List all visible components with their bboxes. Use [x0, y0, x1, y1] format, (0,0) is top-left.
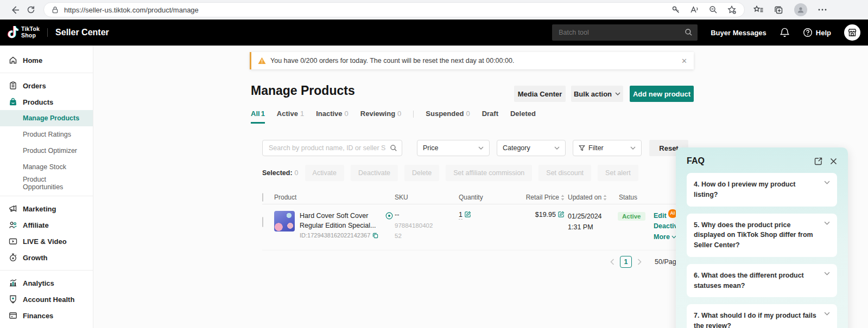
browser-refresh-icon[interactable] — [23, 2, 39, 18]
password-key-icon[interactable] — [671, 5, 680, 14]
chevron-down-icon — [615, 92, 620, 95]
sidebar-item-product-optimizer[interactable]: Product Optimizer — [0, 143, 93, 159]
sidebar-item-orders[interactable]: Orders — [0, 78, 93, 94]
banner-close-icon[interactable]: ✕ — [681, 57, 687, 65]
set-affiliate-commission-button[interactable]: Set affiliate commission — [446, 165, 532, 181]
sidebar-item-products[interactable]: Products — [0, 94, 93, 110]
batch-tool-input[interactable] — [552, 24, 698, 41]
banner-message: You have 0/200 orders for today. The cou… — [270, 57, 514, 65]
sidebar-item-product-opportunities[interactable]: Product Opportunities — [0, 175, 93, 191]
product-name[interactable]: Hard Cover Soft Cover Regular Edition Sp… — [300, 211, 382, 230]
product-id[interactable]: ID:1729438162022142367 — [300, 232, 370, 239]
page-number[interactable]: 1 — [620, 256, 632, 268]
read-aloud-icon[interactable] — [690, 6, 699, 14]
growth-stopwatch-icon — [9, 253, 17, 262]
tab-duplicate-icon[interactable] — [774, 5, 783, 15]
search-icon[interactable] — [685, 28, 693, 36]
sidebar-item-growth[interactable]: Growth — [0, 249, 93, 266]
sidebar-item-home[interactable]: Home — [0, 52, 93, 68]
sidebar-item-finances[interactable]: Finances — [0, 307, 93, 324]
product-thumbnail[interactable] — [274, 211, 295, 231]
delete-button[interactable]: Delete — [404, 165, 439, 181]
sidebar-item-product-ratings[interactable]: Product Ratings — [0, 126, 93, 143]
sidebar-item-manage-products[interactable]: Manage Products — [0, 110, 93, 126]
set-discount-button[interactable]: Set discount — [538, 165, 591, 181]
pagination: 1 50/Page — [610, 256, 680, 268]
sidebar-item-marketing[interactable]: Marketing — [0, 201, 93, 217]
browser-profile-avatar[interactable] — [794, 3, 807, 16]
sidebar-item-analytics[interactable]: Analytics — [0, 275, 93, 291]
collections-icon[interactable] — [753, 5, 763, 14]
quantity-value[interactable]: 1 — [459, 211, 462, 220]
status-badge: Active — [618, 212, 645, 221]
sku-value: -- — [395, 211, 459, 218]
tab-draft[interactable]: Draft — [482, 110, 498, 122]
sort-icon — [603, 195, 607, 201]
column-updated-on[interactable]: Updated on — [565, 194, 614, 201]
chevron-down-icon — [478, 146, 484, 150]
category-filter-dropdown[interactable]: Category — [497, 140, 566, 156]
url-text[interactable]: https://seller-us.tiktok.com/product/man… — [64, 6, 199, 14]
set-alert-button[interactable]: Set alert — [598, 165, 638, 181]
affiliate-people-icon — [9, 221, 17, 229]
sidebar-item-manage-stock[interactable]: Manage Stock — [0, 159, 93, 175]
search-icon[interactable] — [390, 144, 397, 152]
faq-item[interactable]: 6. What does the different product statu… — [687, 264, 837, 298]
row-checkbox[interactable] — [262, 217, 263, 227]
open-in-new-icon[interactable] — [814, 157, 822, 165]
status-tabs: All1 Active1 Inactive0 Reviewing0 Suspen… — [251, 110, 536, 124]
activate-button[interactable]: Activate — [305, 165, 344, 181]
updated-time: 1:31 PM — [568, 222, 614, 233]
notifications-bell-icon[interactable] — [780, 27, 790, 38]
store-icon[interactable] — [844, 24, 860, 41]
tab-deleted[interactable]: Deleted — [510, 110, 536, 122]
buyer-messages-button[interactable]: Buyer Messages — [711, 29, 766, 37]
zoom-out-icon[interactable] — [709, 5, 718, 14]
batch-tool-search[interactable] — [552, 24, 698, 41]
chevron-down-icon — [824, 221, 830, 225]
browser-back-icon[interactable] — [7, 2, 23, 18]
address-bar[interactable]: https://seller-us.tiktok.com/product/man… — [43, 2, 745, 17]
faq-item[interactable]: 5. Why does the product price displayed … — [687, 214, 837, 257]
faq-panel: FAQ 4. How do I preview my product listi… — [676, 147, 848, 328]
column-retail-price[interactable]: Retail Price — [510, 194, 565, 201]
tab-inactive[interactable]: Inactive0 — [316, 110, 349, 122]
favorites-star-icon[interactable] — [727, 5, 737, 15]
help-button[interactable]: Help — [803, 28, 831, 37]
sidebar-item-affiliate[interactable]: Affiliate — [0, 217, 93, 233]
tab-reviewing[interactable]: Reviewing0 — [360, 110, 402, 122]
home-icon — [9, 56, 17, 65]
preview-eye-icon[interactable] — [385, 212, 393, 230]
column-status: Status — [614, 194, 654, 201]
faq-item[interactable]: 4. How do I preview my product listing? — [687, 173, 837, 207]
browser-chrome: https://seller-us.tiktok.com/product/man… — [0, 0, 868, 20]
tab-active[interactable]: Active1 — [277, 110, 304, 122]
analytics-chart-icon — [9, 279, 17, 287]
sidebar-item-account-health[interactable]: Account Health — [0, 291, 93, 307]
select-all-checkbox[interactable] — [262, 193, 263, 202]
edit-quantity-icon[interactable] — [465, 211, 471, 217]
tab-suspended[interactable]: Suspended0 — [426, 110, 470, 122]
deactivate-button[interactable]: Deactivate — [351, 165, 398, 181]
tab-all[interactable]: All1 — [251, 110, 265, 124]
filter-dropdown[interactable]: Filter — [573, 140, 642, 156]
prev-page-icon[interactable] — [610, 259, 614, 265]
app-header: TikTok Shop Seller Center Buyer Messages… — [0, 20, 868, 46]
product-search-input[interactable] — [262, 140, 402, 156]
price-filter-dropdown[interactable]: Price — [417, 140, 490, 156]
browser-menu-icon[interactable] — [818, 9, 827, 11]
seller-center-title: Seller Center — [55, 28, 109, 37]
help-label: Help — [816, 29, 831, 37]
lock-icon[interactable] — [52, 6, 59, 14]
selected-count: 0 — [295, 169, 299, 177]
edit-price-icon[interactable] — [558, 211, 565, 218]
faq-item[interactable]: 7. What should I do if my product fails … — [687, 304, 837, 328]
faq-close-icon[interactable] — [830, 158, 837, 165]
media-center-button[interactable]: Media Center — [514, 86, 566, 102]
add-new-product-button[interactable]: Add new product — [630, 86, 694, 102]
next-page-icon[interactable] — [637, 259, 642, 265]
chevron-down-icon — [824, 272, 830, 275]
sidebar-item-live-video[interactable]: LIVE & Video — [0, 233, 93, 249]
bulk-action-button[interactable]: Bulk action — [571, 86, 623, 102]
copy-icon[interactable] — [372, 233, 378, 239]
